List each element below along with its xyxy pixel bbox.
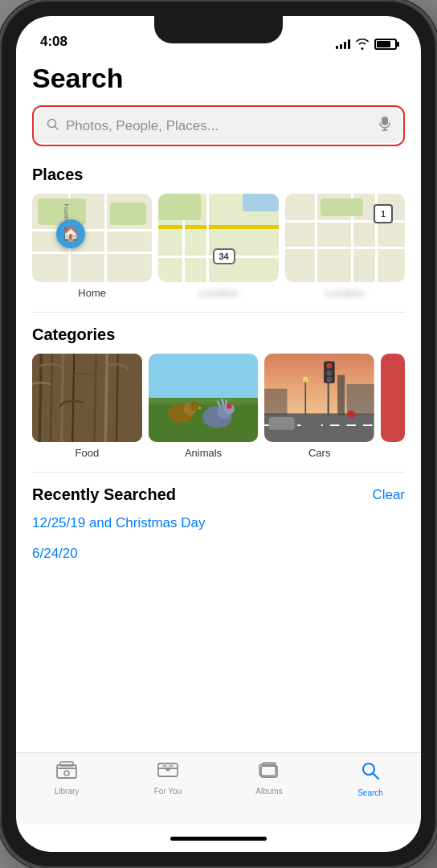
tab-bar: Library For You (16, 752, 421, 825)
place-map-2: 34 (158, 194, 278, 282)
search-bar[interactable]: Photos, People, Places... (35, 108, 402, 143)
svg-rect-44 (60, 762, 73, 766)
recently-searched-section: Recently Searched Clear 12/25/19 and Chr… (32, 485, 405, 562)
places-grid: Fourth St 🏠 Home (32, 194, 405, 299)
tab-foryou[interactable]: For You (117, 761, 218, 796)
search-bar-search-icon (47, 118, 59, 134)
svg-point-42 (348, 411, 355, 418)
divider-1 (32, 312, 405, 313)
svg-point-36 (327, 371, 333, 376)
place-map-home: Fourth St 🏠 (32, 194, 152, 282)
category-card-animals[interactable]: Animals (149, 354, 259, 459)
phone-screen: 4:08 (16, 16, 421, 852)
wifi-icon (355, 39, 370, 50)
signal-bar-2 (340, 44, 342, 49)
place-label-3: Location (325, 287, 365, 299)
category-img-extra (381, 354, 405, 442)
clear-button[interactable]: Clear (372, 487, 405, 503)
categories-grid: Food (32, 354, 405, 459)
svg-rect-32 (264, 389, 287, 416)
search-bar-highlight: Photos, People, Places... (32, 105, 405, 146)
category-img-food (32, 354, 142, 442)
tab-library-label: Library (55, 787, 80, 796)
battery-icon (374, 39, 397, 50)
signal-icon (336, 39, 350, 49)
recently-searched-header: Recently Searched Clear (32, 485, 405, 504)
tab-albums-label: Albums (255, 787, 282, 796)
search-tab-icon (361, 761, 380, 785)
svg-rect-15 (149, 354, 259, 403)
category-img-animals (149, 354, 259, 442)
categories-header: Categories (32, 326, 405, 344)
recent-search-item-2[interactable]: 6/24/20 (32, 546, 405, 562)
place-label-2: Location (198, 287, 238, 299)
status-time: 4:08 (40, 34, 67, 50)
place-card-3[interactable]: 1 Location (285, 194, 405, 299)
divider-2 (32, 472, 405, 473)
foryou-icon (157, 761, 178, 784)
recently-searched-title: Recently Searched (32, 485, 176, 504)
tab-foryou-label: For You (154, 787, 182, 796)
svg-point-26 (226, 403, 231, 409)
signal-bar-3 (344, 42, 346, 49)
svg-rect-1 (382, 117, 388, 125)
svg-point-39 (303, 377, 308, 383)
svg-point-35 (327, 363, 333, 369)
library-icon (56, 761, 77, 784)
place-map-3: 1 (285, 194, 405, 282)
category-card-extra[interactable] (381, 354, 405, 459)
tab-library[interactable]: Library (16, 761, 117, 796)
svg-rect-30 (337, 375, 345, 416)
places-section: Places (32, 166, 405, 299)
places-header: Places (32, 166, 405, 184)
home-indicator-bar (170, 837, 267, 841)
map-grid-home: Fourth St 🏠 (32, 194, 152, 282)
route-badge-34: 34 (213, 248, 235, 264)
svg-rect-17 (149, 403, 259, 442)
albums-icon (259, 761, 280, 784)
category-label-cars: Cars (308, 447, 330, 459)
battery-fill (377, 41, 390, 47)
category-img-cars (264, 354, 374, 442)
signal-bar-4 (348, 39, 350, 49)
svg-rect-40 (269, 417, 295, 430)
place-label-home: Home (78, 287, 106, 299)
svg-rect-41 (301, 419, 321, 430)
svg-rect-18 (149, 400, 259, 405)
notch (154, 16, 283, 43)
svg-point-37 (327, 377, 333, 383)
main-content: Search Photos, People, Places... (16, 56, 421, 752)
category-card-food[interactable]: Food (32, 354, 142, 459)
category-card-cars[interactable]: Cars (264, 354, 374, 459)
tab-search[interactable]: Search (320, 761, 421, 797)
svg-rect-14 (32, 354, 142, 442)
signal-bar-1 (336, 46, 338, 49)
recent-search-item-1[interactable]: 12/25/19 and Christmas Day (32, 515, 405, 531)
tab-albums[interactable]: Albums (218, 761, 320, 796)
tab-search-label: Search (357, 788, 383, 797)
place-card-2[interactable]: 34 Location (158, 194, 278, 299)
svg-point-45 (64, 771, 69, 776)
phone-content: 4:08 (16, 16, 421, 852)
svg-rect-31 (347, 384, 374, 416)
mic-icon[interactable] (379, 117, 390, 135)
place-card-home[interactable]: Fourth St 🏠 Home (32, 194, 152, 299)
home-pin: 🏠 (56, 219, 85, 248)
categories-section: Categories (32, 326, 405, 459)
home-indicator (16, 825, 421, 852)
status-icons (336, 39, 397, 50)
phone-frame: 4:08 (0, 0, 437, 868)
page-title: Search (32, 63, 405, 94)
category-label-animals: Animals (185, 447, 222, 459)
interstate-badge: 1 (374, 204, 393, 223)
search-placeholder: Photos, People, Places... (66, 118, 373, 134)
category-label-food: Food (76, 447, 100, 459)
svg-point-21 (190, 402, 198, 411)
